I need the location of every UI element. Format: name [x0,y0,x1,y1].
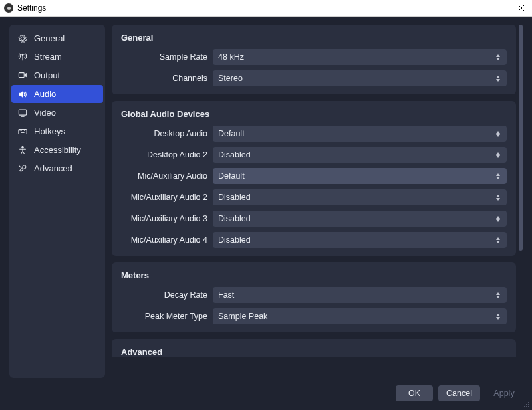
desktop-audio-2-select[interactable]: Disabled [213,147,507,163]
apply-button: Apply [485,385,523,401]
speaker-icon [18,90,27,99]
peak-meter-type-select[interactable]: Sample Peak [213,308,507,324]
svg-point-20 [528,406,529,407]
svg-rect-7 [19,129,27,134]
field-label: Sample Rate [121,52,213,62]
sidebar-item-output[interactable]: Output [11,66,103,84]
chevrons-icon [493,131,503,137]
sidebar-item-audio[interactable]: Audio [11,85,103,103]
panel-global-audio-devices: Global Audio Devices Desktop Audio Defau… [112,101,516,256]
svg-point-15 [528,402,529,403]
mic-aux-audio-3-select[interactable]: Disabled [213,211,507,227]
mic-aux-audio-4-select[interactable]: Disabled [213,232,507,248]
keyboard-icon [18,127,27,136]
chevrons-icon [493,152,503,158]
sidebar-item-label: General [34,33,65,43]
window-title: Settings [17,3,513,13]
decay-rate-select[interactable]: Fast [213,287,507,303]
gear-icon [18,34,27,43]
scrollbar-thumb[interactable] [519,25,523,251]
svg-line-14 [19,165,22,168]
channels-select[interactable]: Stereo [213,70,507,86]
settings-sidebar: General Stream Output Audio Video Hotkey… [9,25,105,378]
panel-general: General Sample Rate 48 kHz Channels Ster… [112,25,516,94]
panel-advanced: Advanced [112,339,516,357]
chevrons-icon [493,292,503,298]
content-scrollbar[interactable] [519,25,523,357]
cancel-button[interactable]: Cancel [438,385,480,401]
sidebar-item-video[interactable]: Video [11,104,103,122]
field-label: Mic/Auxiliary Audio [121,171,213,181]
mic-aux-audio-2-select[interactable]: Disabled [213,189,507,205]
section-heading: General [121,33,507,43]
row-decay-rate: Decay Rate Fast [121,287,507,303]
chevrons-icon [493,314,503,320]
sidebar-item-label: Hotkeys [34,126,65,136]
row-mic-aux-audio: Mic/Auxiliary Audio Default [121,168,507,184]
svg-point-18 [524,406,525,407]
row-desktop-audio-2: Desktop Audio 2 Disabled [121,147,507,163]
chevrons-icon [493,54,503,60]
accessibility-icon [18,146,27,155]
field-label: Mic/Auxiliary Audio 4 [121,235,213,245]
sample-rate-select[interactable]: 48 kHz [213,49,507,65]
section-heading: Meters [121,270,507,280]
sidebar-item-label: Accessibility [34,145,81,155]
field-label: Mic/Auxiliary Audio 3 [121,214,213,223]
svg-point-17 [528,404,529,405]
chevrons-icon [493,173,503,179]
app-icon [4,3,13,13]
sidebar-item-general[interactable]: General [11,29,103,47]
sidebar-item-label: Output [34,70,60,80]
field-label: Channels [121,74,213,83]
svg-point-2 [22,54,23,55]
field-label: Decay Rate [121,290,213,300]
field-label: Desktop Audio [121,129,213,138]
settings-content: General Sample Rate 48 kHz Channels Ster… [112,25,516,357]
row-desktop-audio: Desktop Audio Default [121,126,507,142]
sidebar-item-label: Advanced [34,163,72,173]
sidebar-item-hotkeys[interactable]: Hotkeys [11,122,103,140]
sidebar-item-accessibility[interactable]: Accessibility [11,141,103,159]
row-channels: Channels Stereo [121,70,507,86]
section-heading: Global Audio Devices [121,109,507,119]
desktop-audio-select[interactable]: Default [213,126,507,142]
sidebar-item-label: Audio [34,89,56,99]
mic-aux-audio-select[interactable]: Default [213,168,507,184]
section-heading: Advanced [121,347,507,357]
row-peak-meter-type: Peak Meter Type Sample Peak [121,308,507,324]
chevrons-icon [493,76,503,82]
dialog-footer: OK Cancel Apply [9,377,523,403]
sidebar-item-label: Video [34,108,56,118]
svg-point-16 [526,404,527,405]
field-label: Desktop Audio 2 [121,150,213,159]
antenna-icon [18,52,27,62]
chevrons-icon [493,216,503,222]
row-mic-aux-audio-3: Mic/Auxiliary Audio 3 Disabled [121,211,507,227]
row-mic-aux-audio-4: Mic/Auxiliary Audio 4 Disabled [121,232,507,248]
row-mic-aux-audio-2: Mic/Auxiliary Audio 2 Disabled [121,189,507,205]
svg-rect-4 [19,72,24,77]
sidebar-item-advanced[interactable]: Advanced [11,159,103,177]
svg-rect-5 [19,110,26,115]
ok-button[interactable]: OK [396,385,433,401]
titlebar: Settings [0,0,532,17]
row-sample-rate: Sample Rate 48 kHz [121,49,507,65]
svg-point-19 [526,406,527,407]
monitor-icon [18,108,27,118]
panel-meters: Meters Decay Rate Fast Peak Meter Type S… [112,262,516,332]
field-label: Mic/Auxiliary Audio 2 [121,193,213,202]
close-icon [518,5,525,11]
tools-icon [18,164,27,173]
sidebar-item-stream[interactable]: Stream [11,48,103,66]
chevrons-icon [493,195,503,201]
chevrons-icon [493,237,503,243]
field-label: Peak Meter Type [121,312,213,321]
svg-point-13 [22,146,24,148]
sidebar-item-label: Stream [34,52,62,62]
resize-grip-icon[interactable] [523,401,530,408]
close-button[interactable] [513,1,529,15]
output-icon [18,71,27,80]
